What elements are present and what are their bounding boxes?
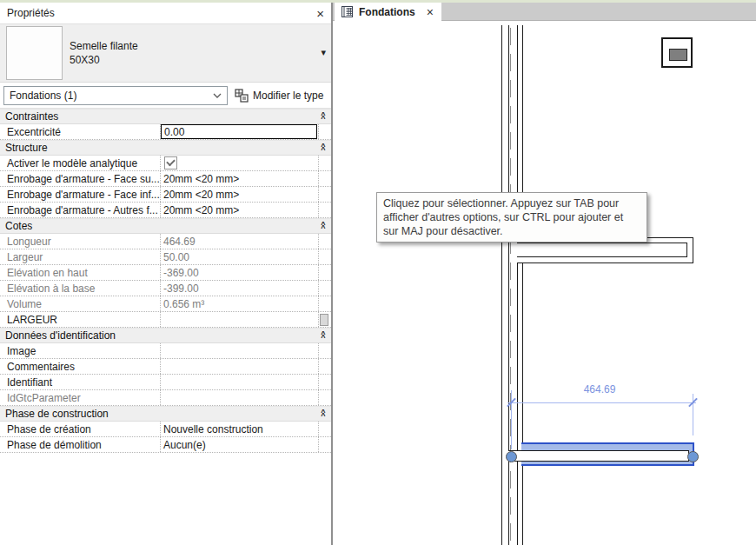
property-row-identifiant[interactable]: Identifiant [0, 375, 331, 390]
property-row-largeur: Largeur 50.00 [0, 249, 331, 265]
horizontal-wall-outline[interactable] [517, 243, 687, 257]
property-row-longueur: Longueur 464.69 [0, 234, 331, 249]
type-family-label: Semelle filante [70, 39, 138, 53]
collapse-icon[interactable]: ^^ [315, 144, 331, 151]
property-row-excentricite[interactable]: Excentricité 0.00 [0, 124, 331, 140]
dimension-label[interactable]: 464.69 [560, 383, 639, 395]
property-row-commentaires[interactable]: Commentaires [0, 359, 331, 375]
drag-handle-right[interactable] [687, 451, 699, 462]
panel-title: Propriétés [7, 7, 55, 19]
collapse-icon[interactable]: ^^ [315, 410, 331, 417]
tab-label: Fondations [359, 6, 415, 18]
type-thumbnail [6, 26, 63, 80]
property-row-image[interactable]: Image [0, 343, 331, 359]
edit-type-button[interactable]: Modifier le type [233, 85, 325, 106]
property-row-enrobage-autres[interactable]: Enrobage d'armature - Autres f... 20mm <… [0, 203, 331, 218]
section-header-cotes[interactable]: Cotes ^^ [0, 218, 331, 234]
property-row-modele-analytique[interactable]: Activer le modèle analytique [0, 156, 331, 171]
property-row-enrobage-inf[interactable]: Enrobage d'armature - Face inf... 20mm <… [0, 187, 331, 203]
selection-tooltip: Cliquez pour sélectionner. Appuyez sur T… [376, 192, 647, 243]
wall-footing-right-edge [522, 25, 523, 545]
element-filter-select[interactable]: Fondations (1) [3, 86, 228, 105]
dimension-extension-line [511, 390, 512, 449]
revit-window: Propriétés × Semelle filante 50X30 ▾ Fon… [0, 0, 756, 545]
plan-view-icon [342, 6, 353, 17]
selected-footing-wall-channel [508, 450, 689, 462]
drawing-canvas[interactable]: 464.69 Cliquez pour sélectionner. Appuye… [333, 21, 756, 545]
edit-type-icon [235, 89, 249, 103]
window-accent-strip [0, 0, 756, 3]
wall-left-edge [508, 25, 509, 545]
element-filter-value: Fondations (1) [10, 90, 76, 102]
close-panel-icon[interactable]: × [316, 7, 324, 20]
section-header-contraintes[interactable]: Contraintes ^^ [0, 109, 331, 124]
largeur-param-button[interactable] [320, 314, 328, 326]
close-tab-icon[interactable]: × [427, 5, 434, 19]
view-tab-fondations[interactable]: Fondations × [335, 3, 441, 21]
column-symbol [669, 49, 687, 61]
wall-footing-left-edge [501, 25, 502, 545]
section-header-phase-construction[interactable]: Phase de construction ^^ [0, 406, 331, 422]
chevron-down-icon [213, 93, 222, 98]
properties-panel-header: Propriétés × [0, 3, 331, 23]
chevron-down-icon[interactable]: ▾ [321, 47, 326, 58]
filter-row: Fondations (1) Modifier le type [0, 83, 331, 108]
collapse-icon[interactable]: ^^ [315, 113, 331, 120]
property-row-volume: Volume 0.656 m³ [0, 296, 331, 312]
section-header-donnees-identification[interactable]: Données d'identification ^^ [0, 328, 331, 343]
view-tab-bar: Fondations × [333, 3, 756, 21]
type-text: Semelle filante 50X30 [70, 24, 138, 82]
property-row-elevation-haut: Elévation en haut -369.00 [0, 265, 331, 281]
section-header-structure[interactable]: Structure ^^ [0, 140, 331, 156]
dimension-line [507, 402, 696, 403]
property-row-largeur-param[interactable]: LARGEUR [0, 312, 331, 328]
type-selector[interactable]: Semelle filante 50X30 ▾ [0, 23, 331, 83]
excentricite-input[interactable]: 0.00 [161, 124, 317, 139]
isolated-footing-symbol[interactable] [661, 37, 693, 68]
property-row-idgtcparameter: IdGtcParameter [0, 390, 331, 406]
collapse-icon[interactable]: ^^ [315, 332, 331, 339]
wall-centerline [510, 28, 511, 542]
drag-handle-left[interactable] [506, 451, 517, 462]
property-row-elevation-base: Elévation à la base -399.00 [0, 281, 331, 296]
property-row-phase-demolition[interactable]: Phase de démolition Aucun(e) [0, 437, 331, 453]
type-name-label: 50X30 [70, 53, 138, 67]
edit-type-label: Modifier le type [253, 90, 323, 102]
view-area: Fondations × 464.69 [333, 3, 756, 545]
property-row-enrobage-sup[interactable]: Enrobage d'armature - Face su... 20mm <2… [0, 171, 331, 187]
collapse-icon[interactable]: ^^ [315, 223, 331, 229]
property-row-phase-creation[interactable]: Phase de création Nouvelle construction [0, 422, 331, 437]
properties-panel: Propriétés × Semelle filante 50X30 ▾ Fon… [0, 3, 333, 545]
wall-right-edge [517, 25, 518, 545]
analytical-model-checkbox[interactable] [164, 156, 177, 169]
property-grid: Contraintes ^^ Excentricité 0.00 Structu… [0, 108, 331, 453]
